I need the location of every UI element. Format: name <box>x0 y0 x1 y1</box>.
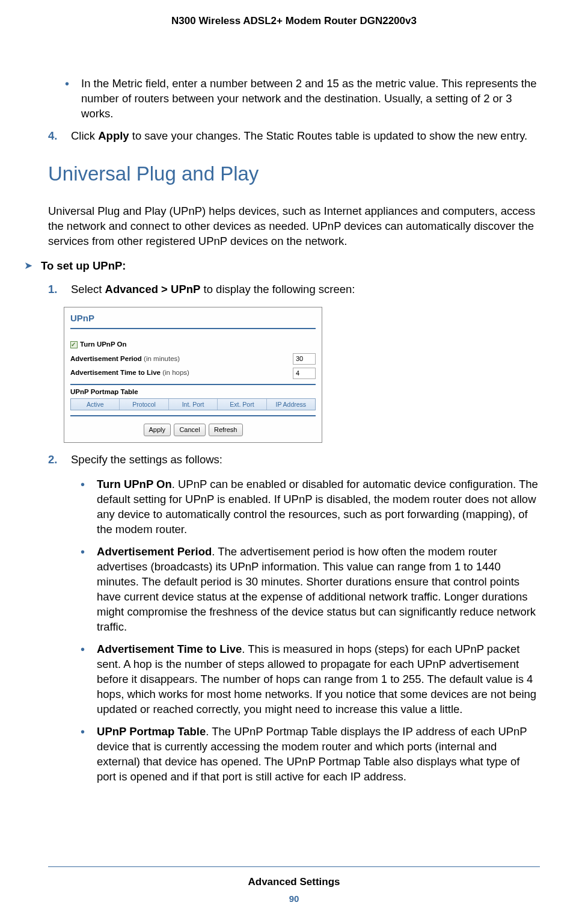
bullet-dot-icon: • <box>81 545 85 635</box>
bullet-dot-icon: • <box>81 724 85 785</box>
footer-page-number: 90 <box>48 893 540 905</box>
adv-period-input[interactable]: 30 <box>293 353 316 365</box>
footer-divider <box>48 866 540 867</box>
page-header: N300 Wireless ADSL2+ Modem Router DGN220… <box>48 14 540 28</box>
step-4: 4. Click Apply to save your changes. The… <box>48 129 540 144</box>
sub-bullet-list: • Turn UPnP On. UPnP can be enabled or d… <box>64 477 540 784</box>
portmap-table-title: UPnP Portmap Table <box>70 387 316 397</box>
th-int-port: Int. Port <box>169 399 218 410</box>
list-item-text: Turn UPnP On. UPnP can be enabled or dis… <box>97 477 540 537</box>
step-2: 2. Specify the settings as follows: <box>48 452 540 468</box>
turn-upnp-on-label: Turn UPnP On <box>80 340 127 350</box>
adv-ttl-row: Advertisement Time to Live (in hops) 4 <box>70 368 316 379</box>
list-item: • Turn UPnP On. UPnP can be enabled or d… <box>81 477 540 537</box>
list-item: • Advertisement Period. The advertisemen… <box>81 545 540 635</box>
cancel-button[interactable]: Cancel <box>174 424 205 436</box>
step-number: 1. <box>48 282 60 297</box>
arrow-right-icon: ➤ <box>24 259 32 274</box>
checkbox-icon[interactable] <box>70 341 78 348</box>
turn-upnp-on-row: Turn UPnP On <box>70 340 316 350</box>
th-protocol: Protocol <box>120 399 168 410</box>
apply-button[interactable]: Apply <box>144 424 171 436</box>
th-active: Active <box>71 399 120 410</box>
th-ext-port: Ext. Port <box>218 399 266 410</box>
procedure-title: To set up UPnP: <box>41 259 540 274</box>
bullet-metric-text: In the Metric field, enter a number betw… <box>81 76 540 122</box>
step-number: 4. <box>48 129 60 144</box>
list-item-text: Advertisement Time to Live. This is meas… <box>97 642 540 717</box>
intro-paragraph: Universal Plug and Play (UPnP) helps dev… <box>48 204 540 249</box>
button-row: Apply Cancel Refresh <box>70 424 316 436</box>
list-item: • UPnP Portmap Table. The UPnP Portmap T… <box>81 724 540 785</box>
refresh-button[interactable]: Refresh <box>209 424 243 436</box>
section-heading-upnp: Universal Plug and Play <box>48 161 540 188</box>
divider <box>70 415 316 416</box>
portmap-table-header: Active Protocol Int. Port Ext. Port IP A… <box>70 398 316 410</box>
divider <box>70 384 316 385</box>
adv-period-row: Advertisement Period (in minutes) 30 <box>70 353 316 365</box>
th-ip-address: IP Address <box>267 399 315 410</box>
list-item-text: UPnP Portmap Table. The UPnP Portmap Tab… <box>97 724 540 785</box>
bullet-dot-icon: • <box>65 76 69 122</box>
panel-title: UPnP <box>70 312 316 329</box>
adv-ttl-input[interactable]: 4 <box>293 368 316 379</box>
procedure-heading: ➤ To set up UPnP: <box>24 259 540 274</box>
bullet-metric: • In the Metric field, enter a number be… <box>65 76 540 122</box>
step-1: 1. Select Advanced > UPnP to display the… <box>48 282 540 297</box>
step-4-text: Click Apply to save your changes. The St… <box>71 129 540 144</box>
adv-period-label: Advertisement Period (in minutes) <box>70 354 180 364</box>
list-item: • Advertisement Time to Live. This is me… <box>81 642 540 717</box>
bullet-dot-icon: • <box>81 642 85 717</box>
step-2-text: Specify the settings as follows: <box>71 452 540 468</box>
step-1-text: Select Advanced > UPnP to display the fo… <box>71 282 540 297</box>
bullet-dot-icon: • <box>81 477 85 537</box>
upnp-screenshot: UPnP Turn UPnP On Advertisement Period (… <box>64 307 322 443</box>
step-number: 2. <box>48 452 60 468</box>
page-footer: Advanced Settings 90 <box>48 866 540 905</box>
list-item-text: Advertisement Period. The advertisement … <box>97 545 540 635</box>
footer-section-name: Advanced Settings <box>48 875 540 889</box>
adv-ttl-label: Advertisement Time to Live (in hops) <box>70 368 189 378</box>
